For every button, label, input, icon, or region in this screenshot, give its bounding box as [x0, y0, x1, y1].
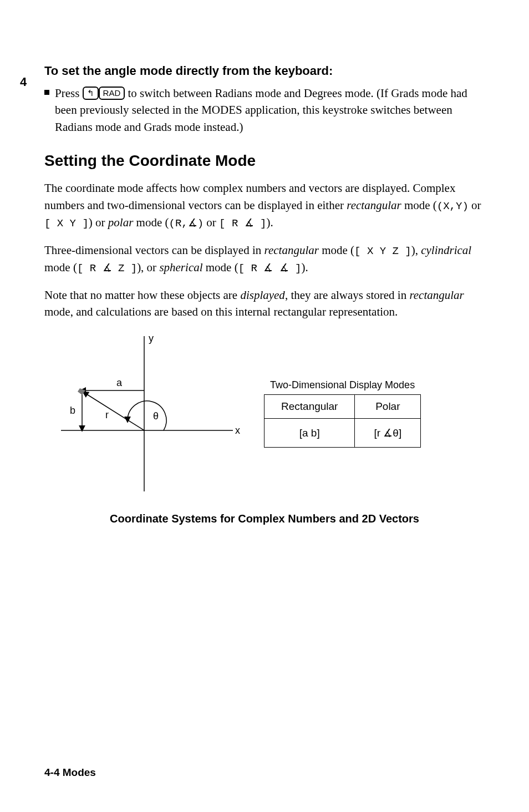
table-header-polar: Polar	[355, 395, 421, 419]
svg-line-4	[84, 393, 144, 430]
text: , they are always stored in	[285, 288, 410, 302]
label-b: b	[70, 405, 75, 416]
text: mode (	[44, 261, 77, 274]
bullet-marker	[44, 90, 49, 95]
label-a: a	[116, 377, 123, 388]
notation-xy-bracket: [ X Y ]	[44, 217, 89, 230]
em-rectangular: rectangular	[347, 199, 401, 212]
text: or	[204, 216, 219, 229]
text: mode (	[133, 216, 169, 229]
figure-caption: Coordinate Systems for Complex Numbers a…	[44, 512, 485, 525]
em-rectangular: rectangular	[409, 288, 464, 302]
text: or	[469, 199, 481, 212]
text: ),	[411, 243, 421, 257]
text: mode (	[401, 199, 437, 212]
em-displayed: displayed	[240, 288, 284, 302]
bullet-item: Press ↰RAD to switch between Radians mod…	[44, 85, 485, 135]
bullet-text: Press ↰RAD to switch between Radians mod…	[55, 85, 485, 135]
text: Press	[55, 87, 79, 100]
paragraph-3: Note that no matter how these objects ar…	[44, 287, 485, 321]
page-footer: 4-4 Modes	[44, 767, 96, 779]
em-cylindrical: cylindrical	[421, 243, 471, 257]
table-cell-polar: [r ∡θ]	[355, 419, 421, 448]
em-spherical: spherical	[159, 261, 202, 274]
coordinate-diagram: y x a b r θ	[44, 331, 244, 497]
notation-rangle-paren: (R,∡)	[169, 217, 204, 230]
notation-xy-paren: (X,Y)	[437, 200, 469, 212]
text: Three-dimensional vectors can be display…	[44, 243, 264, 257]
svg-marker-5	[78, 388, 85, 395]
notation-xyz: [ X Y Z ]	[354, 245, 411, 257]
notation-raa: [ R ∡ ∡ ]	[238, 262, 302, 275]
label-theta: θ	[153, 410, 159, 422]
axis-y-label: y	[149, 333, 154, 344]
text: mode (	[203, 261, 238, 274]
figure-row: y x a b r θ Two-Dimensional Display Mode…	[44, 331, 485, 497]
notation-raz: [ R ∡ Z ]	[77, 262, 137, 275]
page: 4 To set the angle mode directly from th…	[0, 0, 529, 812]
display-modes-table: Rectangular Polar [a b] [r ∡θ]	[264, 394, 421, 448]
table-cell-rectangular: [a b]	[264, 419, 355, 448]
subheading-angle-mode: To set the angle mode directly from the …	[44, 64, 485, 78]
display-modes-table-wrapper: Two-Dimensional Display Modes Rectangula…	[264, 379, 421, 448]
label-r: r	[105, 409, 109, 420]
em-polar: polar	[108, 216, 134, 229]
paragraph-1: The coordinate mode affects how complex …	[44, 180, 485, 232]
axis-x-label: x	[235, 425, 240, 436]
text: ).	[267, 216, 273, 229]
notation-rangle-bracket: [ R ∡ ]	[219, 217, 266, 230]
shift-key-icon: ↰	[83, 87, 99, 100]
text: ), or	[137, 261, 159, 274]
text: ).	[302, 261, 308, 274]
table-caption: Two-Dimensional Display Modes	[264, 379, 421, 391]
figure-block: y x a b r θ Two-Dimensional Display Mode…	[44, 331, 485, 525]
rad-key: RAD	[99, 87, 125, 100]
text: ) or	[89, 216, 108, 229]
text: mode (	[319, 243, 354, 257]
heading-coordinate-mode: Setting the Coordinate Mode	[44, 152, 485, 170]
paragraph-2: Three-dimensional vectors can be display…	[44, 242, 485, 277]
section-number: 4	[20, 75, 27, 89]
text: Note that no matter how these objects ar…	[44, 288, 240, 302]
text: mode, and calculations are based on this…	[44, 305, 398, 318]
em-rectangular: rectangular	[264, 243, 319, 257]
table-header-rectangular: Rectangular	[264, 395, 355, 419]
